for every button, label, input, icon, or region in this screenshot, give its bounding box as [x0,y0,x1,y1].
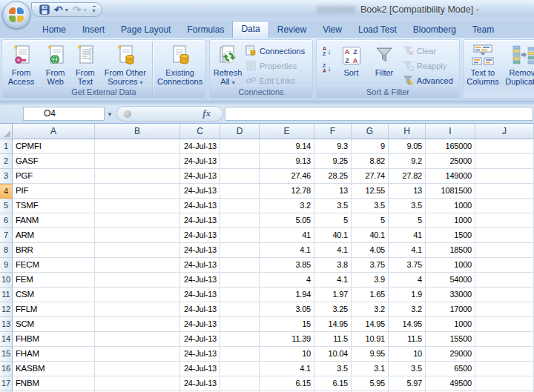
cell[interactable]: 27.46 [260,169,314,184]
row-header-10[interactable]: 10 [0,273,13,288]
cell[interactable] [220,213,260,228]
cell[interactable]: 9.3 [314,139,352,154]
cell[interactable]: 3.5 [389,362,426,376]
cell[interactable]: 10 [260,347,314,362]
cell[interactable]: TSMF [13,199,95,213]
column-header-C[interactable]: C [180,124,220,139]
tab-review[interactable]: Review [269,21,314,38]
cell[interactable]: CSM [13,288,95,302]
cell[interactable] [95,317,180,332]
cell[interactable]: FANM [13,213,95,228]
cell[interactable] [95,258,180,273]
cell[interactable]: 4.05 [352,243,389,258]
cell[interactable]: FHAM [13,347,95,362]
cell[interactable]: 40.1 [314,228,352,243]
cell[interactable]: 5 [314,213,352,228]
cell[interactable]: 1.97 [314,288,352,302]
cell[interactable] [220,347,260,362]
cell[interactable]: SCM [13,317,95,332]
cell[interactable] [95,199,180,213]
cell[interactable]: 24-Jul-13 [180,154,220,169]
cell[interactable]: 9 [352,139,389,154]
cell[interactable] [475,199,534,213]
cell[interactable]: 5 [389,213,426,228]
cell[interactable] [475,154,534,169]
cell[interactable]: KASBM [13,362,95,376]
cell[interactable] [220,362,260,376]
from-text-button[interactable]: From Text [70,41,99,86]
cell[interactable]: 10.91 [352,332,389,347]
cell[interactable]: 3.2 [352,302,389,317]
cell[interactable] [95,228,180,243]
cell[interactable]: 24-Jul-13 [180,243,220,258]
cell[interactable] [220,332,260,347]
cell[interactable]: 3.8 [314,258,352,273]
cell[interactable]: 4 [389,273,426,288]
cell[interactable] [220,258,260,273]
column-header-A[interactable]: A [13,124,95,139]
cell[interactable]: 5.97 [389,376,426,391]
column-header-I[interactable]: I [426,124,475,139]
cell[interactable]: 24-Jul-13 [180,184,220,199]
cell[interactable]: 9.05 [389,139,426,154]
cell[interactable]: 12.55 [352,184,389,199]
cell[interactable]: 11.39 [260,332,314,347]
cell[interactable]: FEM [13,273,95,288]
cell[interactable]: 24-Jul-13 [180,213,220,228]
cell[interactable]: 3.75 [389,258,426,273]
cell[interactable]: 40.1 [352,228,389,243]
cell[interactable] [475,347,534,362]
cell[interactable] [475,288,534,302]
cell[interactable]: 17000 [426,302,475,317]
cell[interactable]: 3.9 [352,273,389,288]
tab-insert[interactable]: Insert [74,21,113,38]
cell[interactable]: GASF [13,154,95,169]
cell[interactable] [95,139,180,154]
cell[interactable] [95,184,180,199]
cell[interactable]: 6500 [426,362,475,376]
cell[interactable]: 29000 [426,347,475,362]
cell[interactable] [475,376,534,391]
cell[interactable]: 24-Jul-13 [180,347,220,362]
remove-duplicates-button[interactable]: Remove Duplicates [502,41,534,86]
row-header-8[interactable]: 8 [0,243,13,258]
cell[interactable]: 9.14 [260,139,314,154]
from-web-button[interactable]: From Web [40,41,70,86]
column-header-B[interactable]: B [95,124,180,139]
cell[interactable]: 3.25 [314,302,352,317]
cell[interactable]: 15 [260,317,314,332]
cell[interactable]: 18500 [426,243,475,258]
cell[interactable]: 3.5 [389,199,426,213]
cell[interactable] [95,169,180,184]
cell[interactable]: FECM [13,258,95,273]
cell[interactable] [475,273,534,288]
column-header-E[interactable]: E [260,124,314,139]
cell[interactable]: 41 [389,228,426,243]
cell[interactable]: 13 [314,184,352,199]
row-header-4[interactable]: 4 [0,184,13,199]
cell[interactable]: 8.82 [352,154,389,169]
cell[interactable]: 25000 [426,154,475,169]
cell[interactable] [475,213,534,228]
cell[interactable]: 14.95 [389,317,426,332]
cell[interactable]: 41 [260,228,314,243]
cell[interactable]: 24-Jul-13 [180,332,220,347]
cell[interactable]: 24-Jul-13 [180,273,220,288]
cell[interactable]: 10 [389,347,426,362]
undo-icon[interactable]: ↶ [54,4,63,15]
cell[interactable]: 3.2 [260,199,314,213]
cell[interactable] [220,154,260,169]
cell[interactable]: FFLM [13,302,95,317]
cell[interactable] [95,376,180,391]
cell[interactable]: 11.5 [314,332,352,347]
row-header-17[interactable]: 17 [0,376,13,391]
tab-data[interactable]: Data [232,21,268,38]
cell[interactable] [475,317,534,332]
cell[interactable]: 1000 [426,258,475,273]
cell[interactable]: 3.05 [260,302,314,317]
cell[interactable] [220,317,260,332]
cell[interactable]: 24-Jul-13 [180,288,220,302]
cell[interactable] [95,243,180,258]
cell[interactable]: 5 [352,213,389,228]
cell[interactable]: ARM [13,228,95,243]
